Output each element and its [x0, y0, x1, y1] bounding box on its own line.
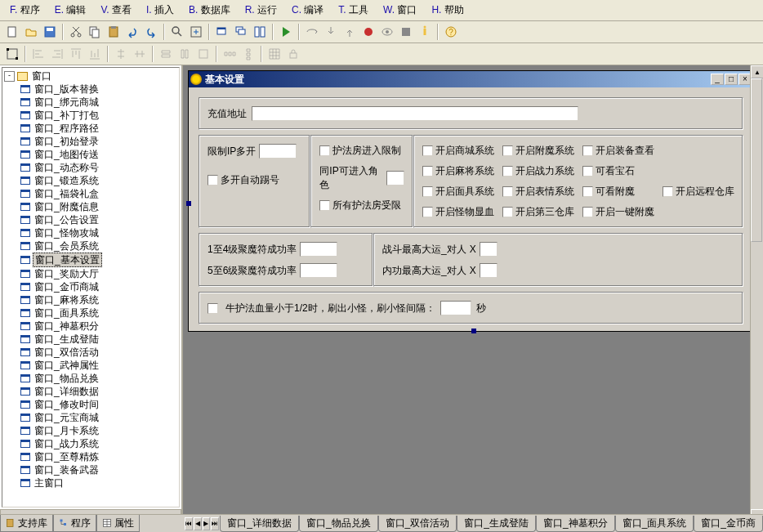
tree-item-label[interactable]: 窗口_程序路径 [33, 122, 100, 135]
tree-item-label[interactable]: 窗口_神墓积分 [33, 320, 100, 333]
tree-item-label[interactable]: 窗口_金币商城 [33, 280, 100, 293]
system-checkbox[interactable] [582, 166, 593, 177]
tree-item-label[interactable]: 窗口_绑元商城 [33, 96, 100, 109]
menu-e[interactable]: E. 编辑 [48, 2, 93, 19]
tree-item[interactable]: 窗口_怪物攻城 [4, 226, 177, 239]
tree-item[interactable]: 窗口_地图传送 [4, 148, 177, 161]
tree-item-label[interactable]: 窗口_初始登录 [33, 135, 100, 148]
vspace-icon[interactable] [239, 45, 257, 63]
tree-item[interactable]: 窗口_月卡系统 [4, 424, 177, 437]
stop-icon[interactable] [397, 23, 415, 41]
system-checkbox[interactable] [663, 186, 673, 197]
tree-item[interactable]: 窗口_基本设置 [4, 253, 177, 267]
document-tab[interactable]: 窗口_双倍活动 [378, 516, 457, 532]
redo-icon[interactable] [142, 23, 160, 41]
menu-w[interactable]: W. 窗口 [377, 2, 423, 19]
tree-item[interactable]: 窗口_物品兑换 [4, 372, 177, 385]
tree-item-label[interactable]: 窗口_会员系统 [33, 239, 100, 253]
system-checkbox[interactable] [422, 166, 433, 177]
system-checkbox[interactable] [422, 145, 433, 156]
align-center-h-icon[interactable] [112, 45, 130, 63]
spawn-checkbox[interactable] [207, 303, 218, 314]
topup-input[interactable] [252, 106, 578, 121]
tree-item[interactable]: 窗口_详细数据 [4, 385, 177, 398]
tree-item[interactable]: 窗口_补丁打包 [4, 109, 177, 122]
document-tab[interactable]: 窗口_生成登陆 [457, 516, 536, 532]
tree-root-label[interactable]: 窗口 [30, 69, 53, 83]
document-tab[interactable]: 窗口_详细数据 [220, 516, 299, 532]
tree-item[interactable]: 窗口_元宝商城 [4, 411, 177, 424]
system-checkbox[interactable] [502, 186, 513, 197]
tree-item[interactable]: 窗口_绑元商城 [4, 96, 177, 109]
tree-item[interactable]: 窗口_金币商城 [4, 280, 177, 293]
tree-item-label[interactable]: 窗口_附魔信息 [33, 200, 100, 213]
rate-1-4-input[interactable] [300, 242, 337, 257]
minimize-button[interactable]: _ [711, 74, 724, 85]
designer-form[interactable]: 基本设置 _ □ × 充值地址 限制IP多开 [188, 70, 754, 332]
menu-c[interactable]: C. 编译 [285, 2, 330, 19]
maximize-button[interactable]: □ [725, 74, 738, 85]
menu-r[interactable]: R. 运行 [239, 2, 283, 19]
menu-i[interactable]: I. 插入 [140, 2, 181, 19]
tree-item-label[interactable]: 窗口_公告设置 [33, 213, 100, 226]
tree-item-label[interactable]: 窗口_战力系统 [33, 437, 100, 450]
document-tab[interactable]: 窗口_物品兑换 [299, 516, 378, 532]
tree-item[interactable]: 窗口_武神属性 [4, 359, 177, 372]
tree-item-label[interactable]: 窗口_怪物攻城 [33, 226, 100, 239]
tree-item[interactable]: 窗口_战力系统 [4, 437, 177, 450]
tree-toggle[interactable]: - [4, 71, 15, 82]
menu-b[interactable]: B. 数据库 [182, 2, 237, 19]
tree-item[interactable]: 窗口_程序路径 [4, 122, 177, 135]
form-titlebar[interactable]: 基本设置 _ □ × [189, 71, 753, 87]
window-new-icon[interactable] [213, 23, 231, 41]
designer-scrollbar-v[interactable]: ▲ ▼ [750, 65, 763, 522]
tree-item[interactable]: 窗口_麻将系统 [4, 293, 177, 306]
tree-item[interactable]: 窗口_修改时间 [4, 398, 177, 411]
help-icon[interactable]: ? [442, 23, 460, 41]
tree-item-label[interactable]: 窗口_双倍活动 [33, 346, 100, 359]
tree-item[interactable]: 窗口_双倍活动 [4, 346, 177, 359]
tree-item-label[interactable]: 窗口_修改时间 [33, 398, 100, 411]
system-checkbox[interactable] [582, 145, 593, 156]
scroll-up-button[interactable]: ▲ [751, 65, 763, 78]
rate-5-6-input[interactable] [300, 263, 337, 278]
resize-handle-s[interactable] [471, 329, 476, 333]
left-tab-prop[interactable]: 属性 [96, 515, 140, 532]
goto-icon[interactable] [187, 23, 205, 41]
tree-item[interactable]: 窗口_神墓积分 [4, 320, 177, 333]
tree-item[interactable]: 窗口_公告设置 [4, 213, 177, 226]
all-guard-checkbox[interactable] [319, 200, 330, 211]
menu-h[interactable]: H. 帮助 [425, 2, 470, 19]
copy-icon[interactable] [86, 23, 104, 41]
scroll-thumb[interactable] [751, 78, 762, 242]
tree-item[interactable]: 窗口_版本替换 [4, 83, 177, 96]
tab-nav-2[interactable]: ▶ [203, 517, 211, 530]
align-center-v-icon[interactable] [131, 45, 149, 63]
open-icon[interactable] [22, 23, 40, 41]
tree-item[interactable]: 窗口_面具系统 [4, 306, 177, 320]
tree-item-label[interactable]: 窗口_福袋礼盒 [33, 187, 100, 200]
inner-luck-input[interactable] [480, 263, 498, 278]
tree-item[interactable]: 窗口_福袋礼盒 [4, 187, 177, 200]
system-checkbox[interactable] [502, 207, 513, 217]
step-into-icon[interactable] [322, 23, 340, 41]
tree-item[interactable]: 窗口_动态称号 [4, 161, 177, 174]
menu-t[interactable]: T. 工具 [332, 2, 375, 19]
align-left-icon[interactable] [29, 45, 47, 63]
tree-item-label[interactable]: 窗口_版本替换 [33, 83, 100, 96]
tree-item-label[interactable]: 窗口_锻造系统 [33, 174, 100, 187]
tree-item-label[interactable]: 窗口_装备武器 [33, 463, 100, 476]
tree-item[interactable]: 窗口_装备武器 [4, 463, 177, 476]
new-icon[interactable] [3, 23, 21, 41]
resize-handle-w[interactable] [186, 201, 191, 206]
find-icon[interactable] [168, 23, 186, 41]
system-checkbox[interactable] [502, 166, 513, 177]
save-icon[interactable] [41, 23, 59, 41]
tab-nav-1[interactable]: ◀ [194, 517, 202, 530]
align-right-icon[interactable] [48, 45, 66, 63]
tree-item-label[interactable]: 窗口_奖励大厅 [33, 267, 100, 280]
left-tab-tree[interactable]: 程序 [53, 515, 96, 532]
system-checkbox[interactable] [422, 207, 433, 217]
tree-view[interactable]: -窗口窗口_版本替换窗口_绑元商城窗口_补丁打包窗口_程序路径窗口_初始登录窗口… [2, 67, 180, 507]
tree-item-label[interactable]: 窗口_动态称号 [33, 161, 100, 174]
